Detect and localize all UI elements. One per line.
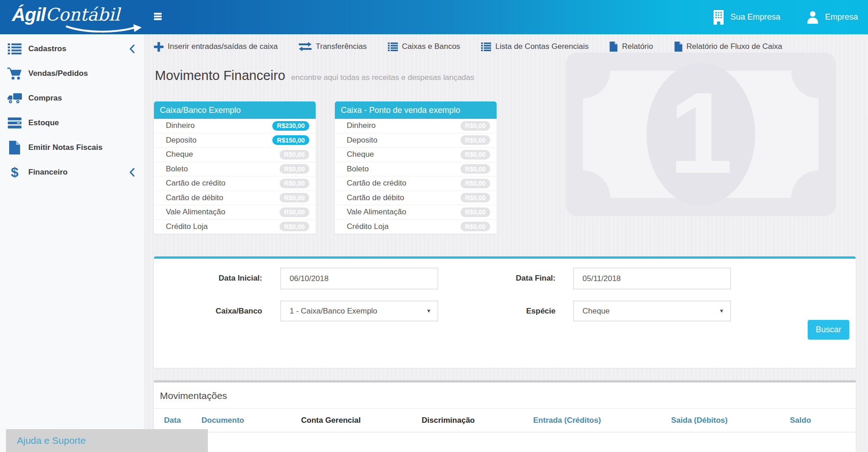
dollar-icon: $: [6, 165, 23, 179]
account-row-label: Deposito: [166, 136, 272, 145]
file-icon: [6, 141, 23, 154]
amount-badge: R$150,00: [272, 135, 309, 145]
plus-icon: [154, 42, 164, 52]
toolbar-relatorio[interactable]: Relatório: [609, 42, 653, 52]
account-row: Dinheiro R$0,00: [335, 119, 497, 133]
amount-badge: R$230,00: [272, 121, 309, 131]
account-row-label: Cartão de débito: [166, 193, 280, 202]
logo-swoosh-arrow-icon: [66, 24, 143, 35]
sidebar-item-compras[interactable]: Compras: [0, 86, 144, 111]
page-subtitle: encontre aqui todas as receitas e despes…: [291, 73, 474, 82]
movements-table-header: Data Documento Conta Gerencial Discrimin…: [154, 409, 856, 432]
list-icon: [6, 43, 23, 54]
user-menu-label: Empresa: [825, 12, 858, 22]
account-card-ponto-de-venda: Caixa - Ponto de venda exemplo Dinheiro …: [335, 101, 497, 234]
amount-badge: R$0,00: [280, 150, 309, 160]
column-header-saida-debitos[interactable]: Saida (Débitos): [671, 409, 728, 432]
chevron-left-icon[interactable]: [129, 44, 135, 53]
column-header-documento[interactable]: Documento: [201, 409, 244, 432]
account-row: Crédito Loja R$0,00: [154, 220, 316, 234]
account-row: Cartão de crédito R$0,00: [154, 176, 316, 191]
account-row-label: Crédito Loja: [347, 222, 460, 231]
toolbar-insert-entries[interactable]: Inserir entradas/saídas de caixa: [154, 42, 278, 52]
sidebar-item-vendas-pedidos[interactable]: Vendas/Pedidos: [0, 61, 144, 86]
dropdown-arrow-icon: ▼: [719, 301, 724, 321]
account-row: Boleto R$0,00: [154, 162, 316, 177]
caixa-banco-select[interactable]: 1 - Caixa/Banco Exemplo ▼: [281, 301, 438, 321]
toolbar-caixas-e-bancos[interactable]: Caixas e Bancos: [388, 42, 460, 51]
amount-badge: R$0,00: [460, 207, 490, 217]
account-card-title: Caixa - Ponto de venda exemplo: [335, 101, 497, 119]
sidebar-item-estoque[interactable]: Estoque: [0, 111, 144, 135]
sidebar-item-emitir-notas-fiscais[interactable]: Emitir Notas Fiscais: [0, 135, 144, 160]
account-row: Vale Alimentação R$0,00: [335, 205, 497, 220]
account-row-label: Vale Alimentação: [166, 207, 280, 217]
sidebar-item-label: Compras: [28, 94, 62, 103]
toolbar-item-label: Relatório de Fluxo de Caixa: [687, 42, 783, 51]
shopping-cart-icon: [6, 67, 23, 80]
sidebar-item-label: Emitir Notas Fiscais: [28, 143, 103, 152]
account-row: Boleto R$0,00: [335, 162, 497, 177]
account-row-label: Cheque: [347, 150, 460, 159]
column-header-conta-gerencial: Conta Gerencial: [301, 409, 360, 432]
page-title: Movimento Financeiro: [155, 68, 285, 83]
sidebar-item-label: Cadastros: [28, 44, 66, 53]
main-content: 1 Inserir entradas/saídas de caixa Trans…: [144, 34, 868, 452]
account-row-label: Vale Alimentação: [347, 207, 460, 217]
buscar-button[interactable]: Buscar: [808, 320, 849, 340]
user-menu[interactable]: Empresa: [807, 11, 858, 24]
start-date-input[interactable]: [281, 268, 438, 289]
hamburger-menu-icon[interactable]: [154, 13, 162, 21]
especie-select[interactable]: Cheque ▼: [573, 301, 731, 321]
amount-badge: R$0,00: [280, 207, 309, 217]
account-row: Cartão de débito R$0,00: [154, 191, 316, 206]
toolbar-relatorio-fluxo-caixa[interactable]: Relatório de Fluxo de Caixa: [674, 42, 783, 52]
account-row-label: Dinheiro: [166, 121, 272, 130]
toolbar-item-label: Lista de Contas Gerenciais: [495, 42, 588, 51]
sidebar-item-label: Financeiro: [28, 168, 68, 177]
actions-toolbar: Inserir entradas/saídas de caixa Transfe…: [154, 39, 782, 54]
account-row-label: Crédito Loja: [166, 222, 280, 231]
sidebar-item-financeiro[interactable]: $ Financeiro: [0, 160, 144, 185]
toolbar-transferencias[interactable]: Transferências: [299, 42, 367, 51]
building-icon: [713, 10, 724, 25]
account-row: Cartão de débito R$0,00: [335, 191, 497, 206]
help-support-tooltip[interactable]: Ajuda e Suporte: [6, 429, 208, 452]
toolbar-item-label: Caixas e Bancos: [402, 42, 460, 51]
toolbar-item-label: Inserir entradas/saídas de caixa: [168, 42, 278, 51]
logo-text-contabil: Contábil: [45, 3, 120, 27]
toolbar-lista-contas-gerenciais[interactable]: Lista de Contas Gerenciais: [481, 42, 588, 51]
start-date-label: Data Inicial:: [154, 268, 262, 289]
end-date-input[interactable]: [573, 268, 731, 289]
amount-badge: R$0,00: [460, 179, 490, 188]
sidebar-item-cadastros[interactable]: Cadastros: [0, 37, 144, 61]
account-row: Cheque R$0,00: [335, 148, 497, 162]
column-header-discriminacao: Discriminação: [422, 409, 475, 432]
dropdown-arrow-icon: ▼: [426, 301, 431, 321]
amount-badge: R$0,00: [280, 164, 309, 174]
sidebar-item-label: Vendas/Pedidos: [28, 69, 88, 78]
amount-badge: R$0,00: [280, 222, 309, 231]
caixa-banco-select-value: 1 - Caixa/Banco Exemplo: [290, 307, 377, 315]
file-icon: [674, 42, 683, 52]
sidebar: Cadastros Vendas/Pedidos Compras: [0, 34, 144, 452]
amount-badge: R$0,00: [280, 193, 309, 202]
account-row: Cheque R$0,00: [154, 148, 316, 162]
app-logo[interactable]: Ágil Contábil: [12, 3, 120, 32]
account-row: Dinheiro R$230,00: [154, 119, 316, 133]
person-icon: [807, 11, 819, 24]
especie-select-value: Cheque: [582, 307, 610, 315]
company-switcher[interactable]: Sua Empresa: [713, 10, 780, 25]
movements-title: Movimentações: [154, 383, 856, 401]
account-row: Crédito Loja R$0,00: [335, 220, 497, 234]
account-row-label: Cartão de crédito: [347, 179, 460, 188]
file-icon: [609, 42, 618, 52]
account-row-label: Boleto: [347, 165, 460, 174]
column-header-entrada-creditos[interactable]: Entrada (Créditos): [533, 409, 601, 432]
list-icon: [388, 43, 398, 51]
chevron-left-icon[interactable]: [129, 168, 135, 177]
list-icon: [481, 43, 491, 51]
column-header-saldo[interactable]: Saldo: [790, 409, 811, 432]
toolbar-item-label: Transferências: [316, 42, 367, 51]
account-row-label: Cartão de débito: [347, 193, 460, 202]
